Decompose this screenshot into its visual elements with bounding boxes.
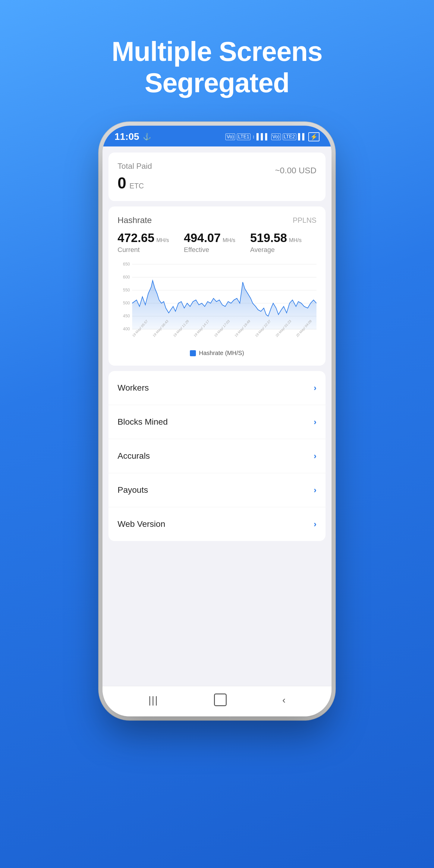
total-paid-card: Total Paid 0 ETC ~0.00 USD bbox=[108, 153, 326, 201]
status-icons: Vo) LTE1 ↕ ▌▌▌ Vo) LTE2 ▌▌ ⚡ bbox=[225, 132, 319, 141]
hashrate-effective-label: Effective bbox=[184, 246, 250, 254]
volte2-icon: Vo) bbox=[271, 133, 281, 140]
signal-bars1-icon: ▌▌▌ bbox=[256, 133, 270, 140]
menu-item-payouts-label: Payouts bbox=[118, 485, 148, 495]
hashrate-mode: PPLNS bbox=[293, 216, 316, 224]
lte1-label: LTE1 bbox=[237, 133, 250, 140]
hashrate-average-value: 519.58 bbox=[250, 231, 287, 244]
nav-back-button[interactable]: ||| bbox=[148, 694, 158, 706]
menu-item-blocks-mined[interactable]: Blocks Mined › bbox=[108, 405, 326, 439]
headline: Multiple Screens Segregated bbox=[112, 36, 322, 98]
total-paid-amount: 0 ETC bbox=[118, 174, 152, 192]
menu-item-workers-chevron: › bbox=[314, 383, 316, 393]
menu-item-accurals[interactable]: Accurals › bbox=[108, 439, 326, 473]
total-paid-label: Total Paid bbox=[118, 161, 152, 171]
hashrate-current-value: 472.65 bbox=[118, 231, 154, 244]
svg-text:600: 600 bbox=[123, 274, 130, 279]
hashrate-effective-unit: MH/s bbox=[223, 237, 236, 243]
total-paid-value: 0 bbox=[118, 174, 126, 192]
hashrate-title: Hashrate bbox=[118, 216, 152, 225]
menu-item-web-version-label: Web Version bbox=[118, 519, 165, 529]
app-content: Total Paid 0 ETC ~0.00 USD Hashrate PPLN… bbox=[102, 147, 332, 686]
svg-text:500: 500 bbox=[123, 301, 130, 306]
hashrate-effective-value-row: 494.07 MH/s bbox=[184, 231, 250, 245]
nav-recents-button[interactable]: ‹ bbox=[282, 694, 286, 706]
hashrate-header: Hashrate PPLNS bbox=[118, 216, 316, 225]
status-bar: 11:05 ⚓ Vo) LTE1 ↕ ▌▌▌ Vo) LTE2 ▌▌ ⚡ bbox=[102, 126, 332, 147]
hashrate-average: 519.58 MH/s Average bbox=[250, 231, 316, 254]
menu-item-web-version-chevron: › bbox=[314, 519, 316, 529]
svg-text:550: 550 bbox=[123, 287, 130, 293]
menu-item-accurals-chevron: › bbox=[314, 451, 316, 461]
volte1-icon: Vo) bbox=[225, 133, 235, 140]
hashrate-stats: 472.65 MH/s Current 494.07 MH/s Effectiv… bbox=[118, 231, 316, 254]
svg-text:450: 450 bbox=[123, 313, 130, 318]
status-time: 11:05 ⚓ bbox=[115, 131, 151, 142]
hashrate-effective-value: 494.07 bbox=[184, 231, 221, 244]
menu-section: Workers › Blocks Mined › Accurals › Payo… bbox=[108, 371, 326, 541]
svg-text:650: 650 bbox=[123, 261, 130, 267]
phone-frame: 11:05 ⚓ Vo) LTE1 ↕ ▌▌▌ Vo) LTE2 ▌▌ ⚡ Tot… bbox=[102, 126, 332, 716]
hashrate-card: Hashrate PPLNS 472.65 MH/s Current 494.0… bbox=[108, 207, 326, 366]
headline-line1: Multiple Screens bbox=[112, 36, 322, 67]
data-saver-icon: ⚓ bbox=[143, 133, 151, 141]
hashrate-average-unit: MH/s bbox=[289, 237, 302, 243]
hashrate-chart: 650 600 550 500 450 400 bbox=[118, 261, 316, 345]
menu-item-payouts[interactable]: Payouts › bbox=[108, 473, 326, 507]
hashrate-current-value-row: 472.65 MH/s bbox=[118, 231, 184, 245]
menu-item-workers[interactable]: Workers › bbox=[108, 371, 326, 405]
total-paid-unit: ETC bbox=[129, 182, 144, 190]
nav-home-button[interactable] bbox=[214, 693, 227, 706]
svg-text:400: 400 bbox=[123, 327, 130, 332]
hashrate-average-value-row: 519.58 MH/s bbox=[250, 231, 316, 245]
menu-item-blocks-mined-label: Blocks Mined bbox=[118, 417, 168, 427]
headline-line2: Segregated bbox=[145, 68, 289, 98]
menu-item-accurals-label: Accurals bbox=[118, 451, 150, 461]
chart-legend: Hashrate (MH/S) bbox=[118, 350, 316, 356]
hashrate-current: 472.65 MH/s Current bbox=[118, 231, 184, 254]
legend-label: Hashrate (MH/S) bbox=[199, 350, 244, 356]
total-paid-usd: ~0.00 USD bbox=[275, 166, 316, 176]
hashrate-current-unit: MH/s bbox=[156, 237, 169, 243]
hashrate-current-label: Current bbox=[118, 246, 184, 254]
menu-item-payouts-chevron: › bbox=[314, 485, 316, 495]
signal-bars2-icon: ▌▌ bbox=[298, 133, 307, 140]
menu-item-web-version[interactable]: Web Version › bbox=[108, 507, 326, 541]
legend-color-box bbox=[190, 350, 196, 356]
menu-item-blocks-mined-chevron: › bbox=[314, 417, 316, 427]
hashrate-average-label: Average bbox=[250, 246, 316, 254]
total-paid-left: Total Paid 0 ETC bbox=[118, 161, 152, 192]
hashrate-effective: 494.07 MH/s Effective bbox=[184, 231, 250, 254]
menu-item-workers-label: Workers bbox=[118, 383, 149, 393]
signal-arrow-icon: ↕ bbox=[252, 134, 255, 140]
lte2-label: LTE2 bbox=[283, 133, 296, 140]
bottom-nav: ||| ‹ bbox=[102, 686, 332, 716]
battery-icon: ⚡ bbox=[308, 132, 319, 141]
